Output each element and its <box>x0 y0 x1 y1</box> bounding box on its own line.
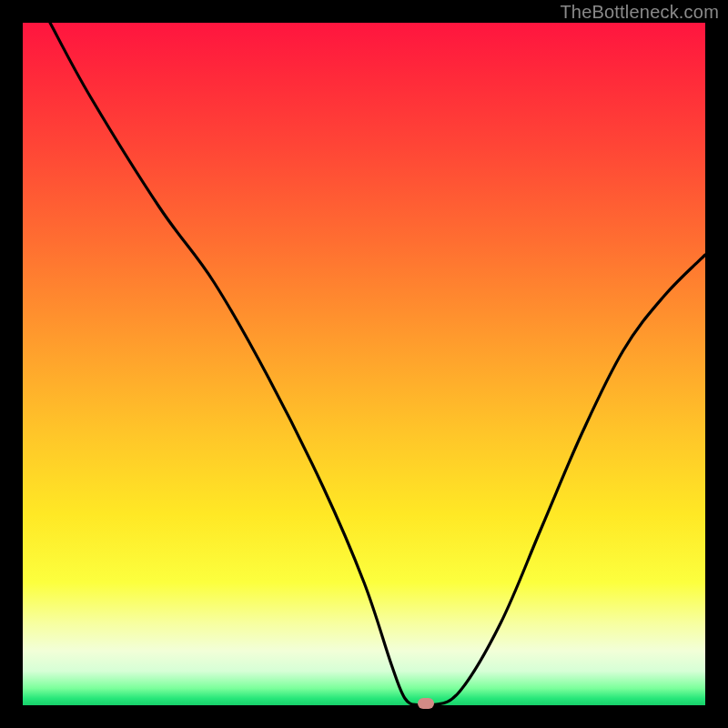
watermark-text: TheBottleneck.com <box>560 2 719 23</box>
chart-container: TheBottleneck.com <box>0 0 728 728</box>
line-layer <box>23 23 705 705</box>
bottleneck-curve <box>50 23 705 705</box>
plot-area <box>23 23 705 705</box>
minimum-marker <box>418 698 434 709</box>
